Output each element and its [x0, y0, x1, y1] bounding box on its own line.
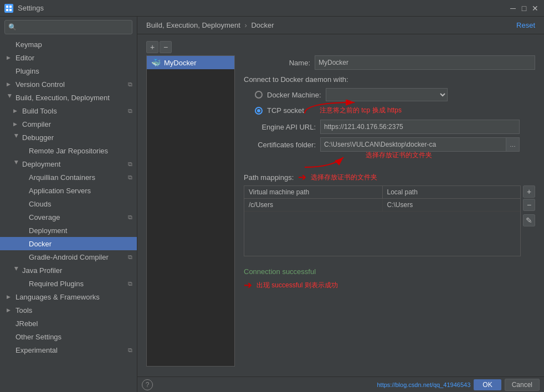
engine-api-input[interactable]: [320, 120, 520, 134]
search-box[interactable]: 🔍: [4, 20, 132, 34]
sidebar-item-label: Build Tools: [22, 107, 126, 115]
path-table-header: Virtual machine path Local path: [244, 186, 520, 199]
path-mappings-section: Path mappings: ➔ 选择存放证书的文件夹 Virtual mach…: [244, 171, 535, 256]
ok-button[interactable]: OK: [474, 379, 501, 390]
chevron-open-icon: ▶: [14, 267, 19, 274]
add-docker-button[interactable]: +: [146, 41, 158, 53]
sidebar-item-label: Arquillian Containers: [29, 173, 126, 182]
remove-mapping-button[interactable]: −: [523, 199, 535, 211]
empty-table-area: [244, 212, 520, 256]
docker-instance-list: 🐳 MyDocker: [146, 55, 235, 367]
sidebar-item-other-settings[interactable]: Other Settings: [0, 330, 137, 343]
copy-icon: ⧉: [128, 174, 132, 181]
browse-button[interactable]: …: [506, 137, 520, 152]
docker-instance-item[interactable]: 🐳 MyDocker: [147, 56, 234, 69]
sidebar-item-deployment2[interactable]: Deployment: [0, 224, 137, 237]
add-mapping-button[interactable]: +: [523, 185, 535, 198]
bottom-buttons: https://blog.csdn.net/qq_41946543 OK Can…: [377, 379, 540, 391]
copy-icon: ⧉: [128, 107, 132, 115]
sidebar-item-remote-jar[interactable]: Remote Jar Repositories: [0, 144, 137, 157]
copy-icon: ⧉: [128, 254, 132, 261]
sidebar-item-experimental[interactable]: Experimental ⧉: [0, 343, 137, 357]
sidebar-item-version-control[interactable]: ▶ Version Control ⧉: [0, 78, 137, 91]
sidebar-item-deployment[interactable]: ▶ Deployment ⧉: [0, 157, 137, 171]
chevron-icon: ▶: [7, 55, 13, 60]
svg-rect-1: [9, 6, 12, 8]
sidebar-item-label: Compiler: [22, 120, 132, 128]
sidebar-item-compiler[interactable]: ▶ Compiler: [0, 117, 137, 131]
certificates-input[interactable]: [320, 137, 506, 152]
certificates-label: Certificates folder:: [244, 141, 316, 149]
chevron-open-icon: ▶: [14, 161, 19, 167]
sidebar-item-jrebel[interactable]: JRebel: [0, 317, 137, 330]
connect-label: Connect to Docker daemon with:: [244, 75, 535, 84]
sidebar-item-arquillian[interactable]: Arquillian Containers ⧉: [0, 171, 137, 184]
close-button[interactable]: ✕: [531, 4, 540, 13]
sidebar-item-java-profiler[interactable]: ▶ Java Profiler: [0, 264, 137, 277]
sidebar-item-build-tools[interactable]: ▶ Build Tools ⧉: [0, 104, 137, 117]
sidebar-item-label: Plugins: [16, 67, 132, 75]
name-input[interactable]: [315, 55, 535, 70]
tcp-socket-label: TCP socket: [267, 106, 304, 115]
sidebar-list: Keymap ▶ Editor Plugins ▶ Version Contro…: [0, 38, 137, 392]
copy-icon: ⧉: [128, 161, 132, 168]
tcp-arrow-svg: [299, 100, 366, 116]
sidebar-item-label: Java Profiler: [22, 266, 132, 275]
sidebar-item-label: Version Control: [16, 80, 126, 89]
breadcrumb-parent: Build, Execution, Deployment: [146, 21, 240, 29]
sidebar-item-docker[interactable]: Docker: [0, 237, 137, 250]
breadcrumb: Build, Execution, Deployment › Docker: [146, 21, 274, 29]
copy-icon: ⧉: [128, 81, 132, 88]
sidebar-item-tools[interactable]: ▶ Tools: [0, 303, 137, 317]
titlebar: Settings ─ □ ✕: [0, 0, 544, 17]
name-label: Name:: [244, 59, 310, 67]
help-button[interactable]: ?: [142, 379, 153, 390]
sidebar-item-build-exec[interactable]: ▶ Build, Execution, Deployment: [0, 91, 137, 104]
svg-rect-3: [9, 9, 12, 11]
sidebar-item-gradle-android[interactable]: Gradle-Android Compiler ⧉: [0, 250, 137, 264]
sidebar-item-keymap[interactable]: Keymap: [0, 38, 137, 51]
sidebar-item-languages[interactable]: ▶ Languages & Frameworks: [0, 290, 137, 303]
window-title: Settings: [18, 4, 504, 12]
sidebar-item-label: Remote Jar Repositories: [29, 147, 132, 155]
chevron-open-icon: ▶: [14, 134, 19, 141]
sidebar-item-label: Editor: [16, 54, 132, 62]
sidebar-item-debugger[interactable]: ▶ Debugger: [0, 131, 137, 144]
chevron-icon: ▶: [13, 108, 20, 114]
docker-layout: 🐳 MyDocker Name: Connect to Docker daemo…: [146, 55, 535, 367]
name-row: Name:: [244, 55, 535, 70]
bottom-link[interactable]: https://blog.csdn.net/qq_41946543: [377, 381, 470, 388]
tcp-socket-radio[interactable]: [255, 107, 263, 115]
sidebar-item-plugins[interactable]: Plugins: [0, 64, 137, 78]
chevron-icon: ▶: [7, 81, 13, 87]
app-icon: [4, 4, 13, 13]
success-annotation: 出现 successful 则表示成功: [256, 281, 338, 290]
sidebar-item-label: Deployment: [29, 226, 132, 235]
path-mappings-buttons: + − ✎: [523, 185, 535, 256]
edit-mapping-button[interactable]: ✎: [523, 214, 535, 226]
sidebar-item-required-plugins[interactable]: Required Plugins ⧉: [0, 277, 137, 290]
sidebar-item-editor[interactable]: ▶ Editor: [0, 51, 137, 64]
window-controls: ─ □ ✕: [509, 4, 540, 13]
sidebar-item-label: JRebel: [16, 319, 132, 328]
copy-icon: ⧉: [128, 347, 132, 354]
path-mappings-label: Path mappings:: [244, 173, 294, 182]
cancel-button[interactable]: Cancel: [505, 379, 540, 391]
sidebar-item-label: Gradle-Android Compiler: [29, 253, 126, 261]
docker-machine-radio[interactable]: [255, 91, 263, 99]
remove-docker-button[interactable]: −: [160, 41, 172, 53]
sidebar-item-clouds[interactable]: Clouds: [0, 197, 137, 210]
local-path-cell: C:\Users: [383, 199, 521, 211]
success-arrow-icon: ➔: [244, 279, 252, 291]
maximize-button[interactable]: □: [520, 4, 528, 13]
docker-instance-name: MyDocker: [164, 59, 197, 67]
table-row: /c/Users C:\Users: [244, 199, 520, 212]
path-table: Virtual machine path Local path /c/Users…: [244, 185, 521, 256]
reset-button[interactable]: Reset: [516, 21, 535, 29]
search-icon: 🔍: [8, 23, 17, 31]
sidebar-item-coverage[interactable]: Coverage ⧉: [0, 210, 137, 224]
sidebar-item-label: Coverage: [29, 213, 126, 221]
search-input[interactable]: [19, 23, 129, 31]
sidebar-item-app-servers[interactable]: Application Servers: [0, 184, 137, 197]
minimize-button[interactable]: ─: [509, 4, 517, 13]
